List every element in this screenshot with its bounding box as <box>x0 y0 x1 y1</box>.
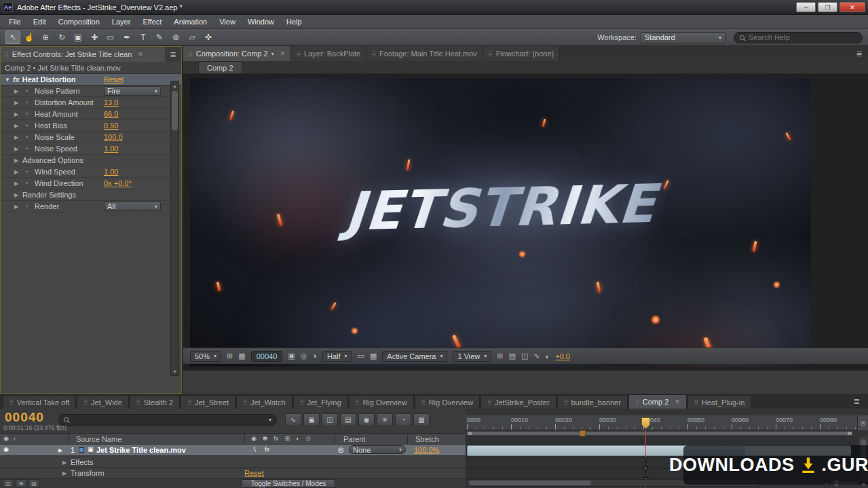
draft-3d-icon[interactable]: ▣ <box>303 413 320 426</box>
tab-jet-flying[interactable]: ⣿ Jet_Flying ✕ <box>293 395 348 409</box>
workspace-dropdown[interactable]: Standard ▾ <box>641 32 725 43</box>
layer-quality-icon[interactable]: ∖ <box>252 446 257 453</box>
viewer-menu-chevron-icon[interactable]: ▾ <box>271 51 274 57</box>
title-action-safe-icon[interactable]: ⊞ <box>227 352 233 360</box>
view-layout-dropdown[interactable]: 1 View ▾ <box>453 351 491 362</box>
parent-dropdown[interactable]: None ▾ <box>349 445 406 454</box>
current-time-display[interactable]: 00040 <box>5 410 44 425</box>
menu-layer[interactable]: Layer <box>106 15 137 29</box>
tab-composition-comp-2[interactable]: ⣿ Composition: Comp 2 ▾ ✕ <box>183 46 291 61</box>
pixel-aspect-icon[interactable]: ◫ <box>521 352 528 360</box>
puppet-pin-tool-icon[interactable]: ✜ <box>201 31 216 44</box>
effect-property-row[interactable]: ▶ ◔ Heat Bias 0.50 0.50 ▾ <box>1 120 181 132</box>
property-value[interactable]: 1.00 <box>104 145 118 153</box>
region-of-interest-icon[interactable]: ▭ <box>358 352 364 360</box>
camera-view-dropdown[interactable]: Active Camera ▾ <box>382 351 447 362</box>
motion-blur-icon[interactable]: ◉ <box>358 413 375 426</box>
expand-arrow-icon[interactable]: ▶ <box>58 447 62 453</box>
effect-property-row[interactable]: ▶ ◔ Distortion Amount 13.0 13.0 ▾ <box>1 97 181 109</box>
tab-flowchart-none[interactable]: ⣿ Flowchart: (none) ▾ ✕ <box>483 46 560 61</box>
tab-rig-overview-2[interactable]: ⣿ Rig Overview ✕ <box>415 395 480 409</box>
tab-jet-watch[interactable]: ⣿ Jet_Watch ✕ <box>236 395 292 409</box>
menu-file[interactable]: File <box>3 15 27 29</box>
tab-comp-2[interactable]: ⣿ Comp 2 ✕ <box>628 394 687 409</box>
expand-arrow-icon[interactable]: ▶ <box>62 459 67 466</box>
selection-tool-icon[interactable]: ↖ <box>5 31 20 44</box>
expand-arrow-icon[interactable]: ▶ <box>14 100 18 106</box>
composition-mini-flowchart-icon[interactable]: ∿ <box>285 413 301 426</box>
expand-arrow-icon[interactable]: ▶ <box>14 111 18 117</box>
stopwatch-icon[interactable]: ◔ <box>24 203 28 210</box>
tab-rig-overview-1[interactable]: ⣿ Rig Overview ✕ <box>349 395 414 409</box>
layer-name[interactable]: Jet Strike Title clean.mov <box>96 446 186 454</box>
menu-window[interactable]: Window <box>242 15 280 29</box>
work-area-start-handle[interactable] <box>468 432 472 435</box>
collapse-arrow-icon[interactable]: ▼ <box>5 77 10 83</box>
unified-camera-tool-icon[interactable]: ▣ <box>71 31 86 44</box>
stopwatch-icon[interactable]: ◔ <box>24 145 28 152</box>
tab-jet-wide[interactable]: ⣿ Jet_Wide ✕ <box>77 395 129 409</box>
type-tool-icon[interactable]: T <box>136 31 151 44</box>
stopwatch-icon[interactable]: ◔ <box>24 99 28 106</box>
scroll-down-icon[interactable]: ▼ <box>172 367 177 375</box>
close-button[interactable]: ✕ <box>839 2 865 12</box>
brainstorm-icon[interactable]: ✳ <box>377 413 393 426</box>
layer-fx-icon[interactable]: fx <box>265 446 269 453</box>
eraser-tool-icon[interactable]: ▱ <box>185 31 200 44</box>
expand-arrow-icon[interactable]: ▶ <box>14 123 18 129</box>
stopwatch-icon[interactable]: ◔ <box>24 134 28 140</box>
expand-inout-icon[interactable]: ▤ <box>29 479 39 487</box>
expand-arrow-icon[interactable]: ▶ <box>14 134 18 140</box>
frame-blend-icon[interactable]: ▤ <box>340 413 356 426</box>
grid-guides-icon[interactable]: ▦ <box>238 352 245 360</box>
rulers-icon[interactable]: ▤ <box>509 352 516 360</box>
tab-heat-plug-in[interactable]: ⣿ Heat_Plug-in ✕ <box>687 395 751 409</box>
expand-layer-switches-icon[interactable]: ◫ <box>3 479 14 487</box>
maximize-button[interactable]: ❐ <box>818 2 837 12</box>
effect-property-row[interactable]: ▶ ◔ Noise Speed 1.00 1.00 ▾ <box>1 143 181 155</box>
tab-jetstrike-poster[interactable]: ⣿ JetStrike_Poster ✕ <box>480 395 556 409</box>
property-dropdown[interactable]: Fire ▾ <box>104 86 161 96</box>
transparency-grid-icon[interactable]: ▦ <box>370 352 377 360</box>
scrollbar-thumb[interactable] <box>469 481 591 485</box>
property-value[interactable]: 13.0 <box>104 98 118 107</box>
menu-help[interactable]: Help <box>280 15 308 29</box>
exposure-icon[interactable]: ◐ <box>546 352 550 360</box>
effect-property-row[interactable]: ▶ ◔ Wind Speed 1.00 1.00 ▾ <box>1 166 181 178</box>
tab-layer-backplate[interactable]: ⣿ Layer: BackPlate ▾ ✕ <box>291 46 366 61</box>
property-value[interactable]: 1.00 <box>104 168 118 176</box>
expand-arrow-icon[interactable]: ▶ <box>14 169 18 175</box>
comp-marker-bin-icon[interactable]: ◎ <box>857 415 868 430</box>
channels-icon[interactable]: ◑ <box>312 352 317 360</box>
tab-bundle-banner[interactable]: ⣿ bundle_banner ✕ <box>557 395 628 409</box>
mini-flowchart-icon[interactable]: ∿ <box>533 352 540 360</box>
rotation-tool-icon[interactable]: ↻ <box>54 31 69 44</box>
comp-2-viewer-tab[interactable]: Comp 2 <box>198 61 242 73</box>
stopwatch-icon[interactable]: ◔ <box>24 111 28 117</box>
minimize-button[interactable]: – <box>796 2 816 12</box>
shape-tool-icon[interactable]: ▭ <box>103 31 118 44</box>
menu-composition[interactable]: Composition <box>52 15 106 29</box>
tab-vertical-take-off[interactable]: ⣿ Vertical Take off ✕ <box>3 395 76 409</box>
show-snapshot-icon[interactable]: ◎ <box>301 352 307 360</box>
layer-color-chip[interactable] <box>79 447 84 453</box>
composition-viewer[interactable]: JETSTRIKE 50% ▾ ⊞▦ 00040 ▣◎◑ Half <box>183 74 868 371</box>
expand-arrow-icon[interactable]: ▶ <box>62 470 67 476</box>
pan-behind-tool-icon[interactable]: ✚ <box>87 31 102 44</box>
work-area-bar[interactable] <box>467 431 852 436</box>
menu-effect[interactable]: Effect <box>136 15 168 29</box>
column-stretch[interactable]: Stretch <box>415 435 439 443</box>
tab-jet-street[interactable]: ⣿ Jet_Street ✕ <box>181 395 235 409</box>
toggle-switches-modes-button[interactable]: Toggle Switches / Modes <box>242 479 335 488</box>
column-parent[interactable]: Parent <box>343 435 365 443</box>
stopwatch-icon[interactable]: ◔ <box>24 122 28 129</box>
effect-property-row[interactable]: ▶ ◔ Wind Direction 0x +0.0° 0x +0.0° ▾ <box>1 178 181 189</box>
scrollbar-thumb[interactable] <box>172 91 178 130</box>
expand-arrow-icon[interactable]: ▶ <box>14 181 18 187</box>
effect-property-row[interactable]: ▶ ◔ Render Settings ▾ <box>1 189 181 201</box>
timeline-marker[interactable] <box>580 430 586 436</box>
effect-property-row[interactable]: ▶ ◔ Advanced Options ▾ <box>1 155 181 166</box>
brush-tool-icon[interactable]: ✎ <box>152 31 167 44</box>
property-group-row[interactable]: ▶ Effects <box>0 457 466 468</box>
stopwatch-icon[interactable]: ◔ <box>24 168 28 175</box>
